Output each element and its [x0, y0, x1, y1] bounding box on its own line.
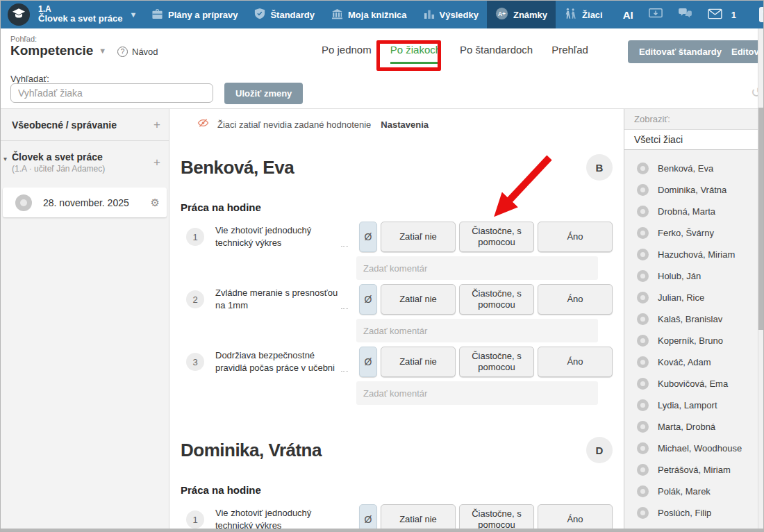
student-section-header: Benková, Eva B — [181, 154, 613, 181]
rating-yes-button[interactable]: Áno — [538, 347, 613, 377]
add-icon[interactable]: + — [153, 118, 160, 132]
nav-standards[interactable]: Štandardy — [246, 1, 323, 28]
student-list-item[interactable]: Kubovičová, Ema — [624, 373, 759, 394]
rating-notyet-button[interactable]: Zatiaľ nie — [381, 504, 456, 531]
graduation-cap-icon — [12, 7, 26, 22]
nav-plans[interactable]: Plány a prípravy — [143, 1, 246, 28]
sidebar-group-subject[interactable]: ▾ Človek a svet práce (1.A · učiteľ Ján … — [1, 141, 169, 183]
lesson-status-icon — [15, 194, 32, 211]
rating-partial-button[interactable]: Čiastočne, s pomocou — [459, 284, 534, 315]
nav-results[interactable]: Výsledky — [415, 1, 487, 28]
chevron-down-icon[interactable]: ▾ — [3, 155, 7, 163]
view-header: Pohľad: Kompetencie ▼ ? Návod Po jednom … — [1, 28, 763, 78]
rating-none-button[interactable]: Ø — [359, 504, 377, 531]
student-name: Kalaš, Branislav — [658, 314, 722, 324]
present-button[interactable] — [641, 1, 670, 28]
grade-a-plus-icon: A+ — [495, 7, 508, 22]
student-status-icon — [637, 206, 649, 217]
lesson-date-item[interactable]: 28. november. 2025 ⚙ — [3, 188, 167, 217]
rating-none-button[interactable]: Ø — [359, 222, 377, 252]
category-title: Práca na hodine — [181, 201, 613, 213]
nav-grades-label: Známky — [513, 10, 547, 20]
lesson-date: 28. november. 2025 — [43, 197, 129, 208]
student-list-item[interactable]: Koperník, Bruno — [624, 330, 759, 351]
student-name: Lydia, Lamport — [658, 400, 717, 410]
student-list-item[interactable]: Michael, Woodhouse — [624, 438, 759, 459]
student-status-icon — [637, 464, 649, 476]
student-name: Petrášová, Miriam — [658, 465, 731, 475]
comment-input[interactable]: Zadať komentár — [356, 319, 598, 342]
scrollbar-thumb[interactable] — [758, 108, 763, 330]
student-name-heading: Benková, Eva — [181, 157, 294, 178]
student-list-item[interactable]: Benková, Eva — [624, 158, 759, 179]
gear-icon[interactable]: ⚙ — [151, 197, 160, 209]
dotted-leader — [341, 308, 348, 309]
view-value: Kompetencie — [10, 43, 93, 58]
rating-notyet-button[interactable]: Zatiaľ nie — [381, 284, 456, 315]
student-list-item[interactable]: Dominika, Vrátna — [624, 179, 759, 201]
question-row: 2 Zvládne meranie s presnosťou na 1mm Ø … — [186, 284, 613, 315]
question-row: 1 Vie zhotoviť jednoduchý technický výkr… — [186, 504, 613, 531]
student-list-item[interactable]: Polák, Marek — [624, 481, 759, 502]
student-list-item[interactable]: Lydia, Lamport — [624, 394, 759, 416]
class-switcher[interactable]: 1.A Človek a svet práce ▼ — [1, 3, 143, 26]
save-changes-button[interactable]: Uložiť zmeny — [224, 83, 303, 104]
student-list-item[interactable]: Kováč, Adam — [624, 351, 759, 373]
student-list-item[interactable]: Hazuchová, Miriam — [624, 244, 759, 265]
guide-link[interactable]: ? Návod — [117, 47, 158, 57]
group-subtitle: (1.A · učiteľ Ján Adamec) — [12, 164, 148, 174]
vertical-scrollbar[interactable] — [758, 28, 763, 531]
shield-check-icon — [254, 8, 265, 22]
tab-po-ziakoch[interactable]: Po žiakoch — [390, 44, 441, 64]
app-window: 1.A Človek a svet práce ▼ Plány a prípra… — [0, 0, 764, 532]
chevron-down-icon: ▼ — [129, 10, 137, 19]
view-selector[interactable]: Kompetencie ▼ — [10, 43, 106, 58]
rating-notyet-button[interactable]: Zatiaľ nie — [381, 222, 456, 252]
rating-yes-button[interactable]: Áno — [538, 284, 613, 315]
student-list-item[interactable]: Holub, Ján — [624, 265, 759, 287]
rating-notyet-button[interactable]: Zatiaľ nie — [381, 347, 456, 377]
search-input[interactable] — [10, 83, 213, 103]
rating-partial-button[interactable]: Čiastočne, s pomocou — [459, 222, 534, 252]
nav-students[interactable]: Žiaci — [556, 1, 611, 28]
student-status-icon — [637, 227, 649, 239]
nav-grades[interactable]: A+ Známky — [487, 1, 556, 28]
edit-standards-button[interactable]: Editovať štandardy — [628, 40, 733, 63]
app-logo — [8, 3, 30, 26]
tab-po-jednom[interactable]: Po jednom — [322, 44, 372, 64]
student-list-item[interactable]: Marta, Drobná — [624, 416, 759, 438]
rating-partial-button[interactable]: Čiastočne, s pomocou — [459, 347, 534, 377]
nav-library[interactable]: Moja knižnica — [323, 1, 415, 28]
settings-link[interactable]: Nastavenia — [381, 119, 429, 130]
question-number: 1 — [186, 510, 204, 529]
tab-prehlad[interactable]: Prehľad — [551, 44, 588, 64]
student-list-item[interactable]: Kalaš, Branislav — [624, 308, 759, 330]
student-list-item[interactable]: Julian, Rice — [624, 287, 759, 308]
add-icon[interactable]: + — [153, 156, 160, 169]
student-status-icon — [637, 399, 649, 411]
rating-none-button[interactable]: Ø — [359, 347, 377, 377]
sidebar-group-general[interactable]: Všeobecné / správanie + — [1, 109, 169, 141]
student-list-item[interactable]: Poslúch, Filip — [624, 502, 759, 524]
student-name: Ferko, Švárny — [658, 228, 714, 238]
student-status-icon — [637, 313, 649, 325]
question-row: 1 Vie zhotoviť jednoduchý technický výkr… — [186, 222, 613, 252]
rating-yes-button[interactable]: Áno — [538, 504, 613, 531]
rating-none-button[interactable]: Ø — [359, 284, 377, 315]
student-list-item[interactable]: Petrášová, Miriam — [624, 459, 759, 481]
student-filter-dropdown[interactable]: Všetci žiaci — [624, 130, 759, 150]
student-name: Marta, Drobná — [658, 422, 715, 432]
student-name: Poslúch, Filip — [658, 508, 711, 518]
chevron-down-icon: ▼ — [99, 47, 106, 55]
comment-input[interactable]: Zadať komentár — [356, 381, 598, 405]
student-list-item[interactable]: Drobná, Marta — [624, 201, 759, 222]
tab-po-standardoch[interactable]: Po štandardoch — [460, 44, 533, 64]
chat-button[interactable] — [670, 1, 700, 28]
rating-yes-button[interactable]: Áno — [538, 222, 613, 252]
nav-ai[interactable]: AI — [615, 1, 641, 28]
student-list-item[interactable]: Ferko, Švárny — [624, 222, 759, 244]
cast-screen-icon — [649, 8, 663, 22]
rating-partial-button[interactable]: Čiastočne, s pomocou — [459, 504, 534, 531]
messages-button[interactable]: 1 — [700, 1, 744, 28]
comment-input[interactable]: Zadať komentár — [356, 256, 598, 280]
